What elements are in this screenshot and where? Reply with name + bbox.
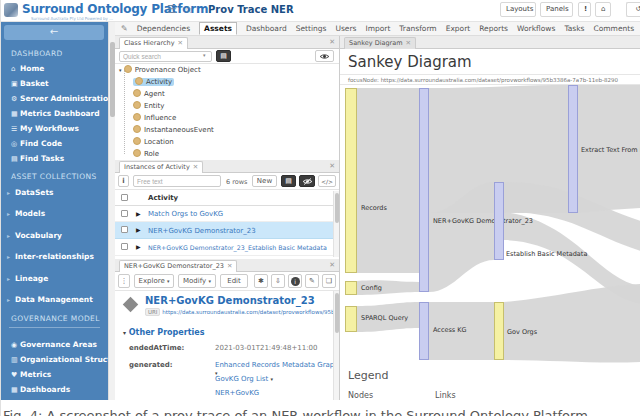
- sankey-node-extract-text[interactable]: [568, 85, 578, 213]
- sidebar-item-models[interactable]: ▸Models: [7, 209, 45, 218]
- table-row[interactable]: ▶ NER+GovKG Demonstrator_23_Establish Ba…: [115, 239, 333, 256]
- star-icon[interactable]: ☆: [184, 4, 193, 15]
- sidebar-item-inter-relationships[interactable]: ▸Inter-relationships: [7, 252, 94, 261]
- menu-item-settings[interactable]: Settings: [296, 24, 327, 33]
- menu-item-users[interactable]: Users: [335, 24, 356, 33]
- row-checkbox[interactable]: [121, 243, 128, 250]
- close-icon[interactable]: ✕: [193, 163, 198, 171]
- home-button[interactable]: ⌂: [595, 2, 611, 17]
- close-icon[interactable]: ✕: [178, 39, 183, 47]
- scrollbar-thumb[interactable]: [335, 193, 339, 223]
- tree-node-activity[interactable]: Activity: [133, 77, 174, 86]
- detail-scrollbar[interactable]: [333, 291, 339, 400]
- menu-item-export[interactable]: Export: [446, 24, 471, 33]
- menu-item-import[interactable]: Import: [365, 24, 390, 33]
- table-scrollbar[interactable]: [333, 191, 339, 257]
- menu-item-comments[interactable]: Comments: [593, 24, 634, 33]
- sidebar-item-organizational-structure[interactable]: ▥Organizational Structure: [11, 355, 108, 364]
- sidebar-item-lineage[interactable]: ▸Lineage: [7, 274, 48, 283]
- explore-button[interactable]: Explore ▾: [134, 274, 174, 288]
- sidebar-item-my-workflows[interactable]: ☰My Workflows: [11, 124, 79, 133]
- tree-node-influence[interactable]: Influence: [133, 113, 176, 122]
- sankey-node-config[interactable]: [345, 281, 357, 295]
- row-checkbox[interactable]: [121, 226, 128, 233]
- sidebar-item-vocabulary[interactable]: ▸Vocabulary: [7, 231, 62, 240]
- scrollbar-thumb[interactable]: [335, 293, 339, 333]
- chevron-down-icon[interactable]: ▾: [271, 376, 274, 382]
- sidebar-item-find-tasks[interactable]: ▤Find Tasks: [11, 154, 64, 163]
- sidebar-item-basket[interactable]: ▣Basket: [11, 79, 49, 88]
- tab-instances-of-activity[interactable]: Instances of Activity✕: [119, 161, 203, 173]
- alert-button[interactable]: !: [578, 2, 591, 17]
- sidebar-collapse-button[interactable]: ←: [4, 25, 104, 40]
- menu-item-tasks[interactable]: Tasks: [564, 24, 584, 33]
- expand-arrow-icon[interactable]: ▶: [136, 226, 141, 233]
- vertical-scrollbar[interactable]: [108, 22, 115, 400]
- new-button[interactable]: New: [252, 175, 277, 187]
- info-button[interactable]: i: [118, 175, 129, 187]
- table-button[interactable]: ▤: [281, 175, 296, 187]
- layouts-button[interactable]: Layouts ▾: [500, 2, 536, 17]
- modify-button[interactable]: Modify ▾: [178, 274, 216, 288]
- download-button[interactable]: ⇩: [271, 274, 285, 288]
- sankey-node-establish-metadata[interactable]: [494, 182, 504, 260]
- panels-button[interactable]: Panels ▾: [540, 2, 573, 17]
- other-properties-header[interactable]: ▾ Other Properties: [123, 328, 204, 337]
- sidebar-item-datasets[interactable]: ▸DataSets: [7, 188, 53, 197]
- sankey-node-sparql-query[interactable]: [345, 306, 357, 332]
- tree-node-role[interactable]: Role: [133, 149, 159, 158]
- hamburger-icon[interactable]: ☰: [167, 3, 177, 16]
- tab-class-hierarchy[interactable]: Class Hierarchy✕: [119, 37, 188, 49]
- row-checkbox[interactable]: [121, 210, 128, 217]
- row-link[interactable]: NER+GovKG Demonstrator_23: [148, 227, 256, 235]
- sidebar-item-metrics-dashboard[interactable]: ▦Metrics Dashboard: [11, 109, 100, 118]
- sidebar-item-data-management[interactable]: ▸Data Management: [7, 295, 93, 304]
- row-link[interactable]: Match Orgs to GovKG: [148, 210, 223, 218]
- tree-node-instantaneousevent[interactable]: InstantaneousEvent: [133, 125, 214, 134]
- menu-item-assets[interactable]: Assets: [199, 22, 237, 35]
- code-view-button[interactable]: </>: [318, 175, 336, 187]
- close-icon[interactable]: ✕: [329, 162, 335, 170]
- sankey-node-gov-orgs[interactable]: [494, 302, 504, 360]
- menu-item-dashboard[interactable]: Dashboard: [246, 24, 287, 33]
- sankey-node-ner-govkg[interactable]: [419, 88, 429, 292]
- tree-node-agent[interactable]: Agent: [133, 89, 165, 98]
- sidebar-item-dashboards[interactable]: ▦Dashboards: [11, 385, 70, 394]
- sidebar-item-home[interactable]: ⌂Home: [11, 64, 44, 73]
- generated-link[interactable]: NER+GovKG: [215, 389, 259, 397]
- tab-ner-govkg-demonstrator[interactable]: NER+GovKG Demonstrator_23✕: [119, 260, 237, 272]
- generated-link[interactable]: GovKG Org List ▾: [215, 375, 273, 383]
- close-icon[interactable]: ✕: [227, 262, 232, 270]
- chevron-down-icon[interactable]: ▾: [203, 52, 206, 58]
- sankey-node-access-kg[interactable]: [419, 302, 429, 360]
- menu-item-reports[interactable]: Reports: [479, 24, 508, 33]
- select-all-checkbox[interactable]: [121, 194, 128, 201]
- edit-button[interactable]: Edit: [220, 274, 248, 288]
- sidebar-item-metrics[interactable]: ♥Metrics: [11, 370, 51, 379]
- uri-link[interactable]: https://data.surroundaustralia.com/datas…: [162, 309, 340, 315]
- sankey-node-records[interactable]: [345, 88, 357, 273]
- tree-node-entity[interactable]: Entity: [133, 101, 164, 110]
- more-button[interactable]: ⋮: [118, 274, 130, 288]
- expand-arrow-icon[interactable]: ▶: [136, 210, 141, 217]
- refresh-button[interactable]: ↺: [626, 2, 640, 17]
- list-view-button[interactable]: ▤: [216, 50, 231, 62]
- expand-arrow-icon[interactable]: ▶: [136, 243, 141, 250]
- info-button[interactable]: i: [288, 274, 302, 288]
- close-icon[interactable]: ✕: [329, 38, 335, 46]
- menu-item-workflows[interactable]: Workflows: [517, 24, 555, 33]
- sidebar-item-server-administration[interactable]: ⚙Server Administration: [11, 94, 108, 103]
- menu-item-dependencies[interactable]: Dependencies: [137, 24, 190, 33]
- menu-item-transform[interactable]: Transform: [399, 24, 436, 33]
- table-row-selected[interactable]: ▶ NER+GovKG Demonstrator_23: [115, 222, 333, 239]
- quick-search-input[interactable]: [119, 51, 212, 62]
- annotate-button[interactable]: ✎: [305, 274, 319, 288]
- tree-node-provenance-object[interactable]: ▾ Provenance Object: [119, 65, 201, 74]
- folder-button[interactable]: ❏: [322, 274, 336, 288]
- favorite-button[interactable]: ✱: [254, 274, 268, 288]
- sidebar-item-governance-areas[interactable]: ◉Governance Areas: [11, 340, 97, 349]
- tree-node-location[interactable]: Location: [133, 137, 174, 146]
- table-row[interactable]: ▶ Match Orgs to GovKG: [115, 206, 333, 222]
- visibility-button[interactable]: [315, 50, 334, 62]
- row-link[interactable]: NER+GovKG Demonstrator_23_Establish Basi…: [148, 244, 327, 251]
